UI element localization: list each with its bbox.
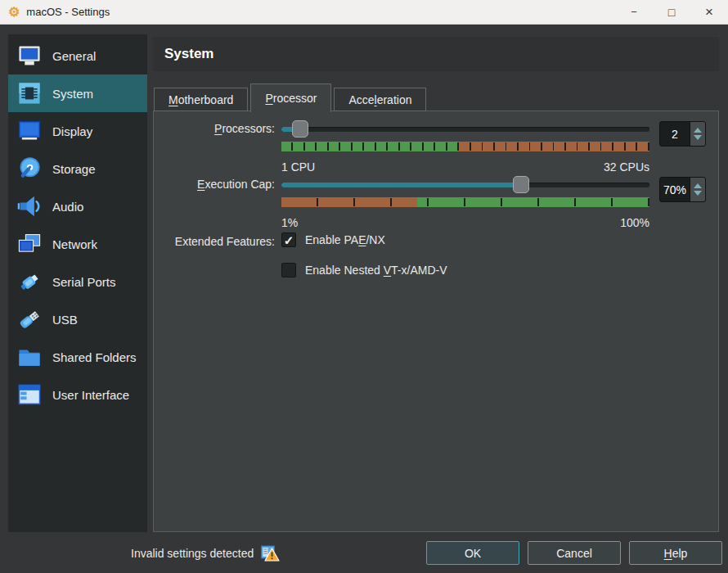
processors-max-label: 32 CPUs xyxy=(604,160,649,174)
sidebar-item-storage[interactable]: Storage xyxy=(8,150,147,187)
storage-icon xyxy=(16,156,43,182)
settings-gear-icon: ⚙ xyxy=(8,6,20,19)
page-title: System xyxy=(164,46,213,62)
tab-motherboard[interactable]: Motherboard xyxy=(154,88,248,111)
checkbox-enable-pae-nx[interactable]: ✓ Enable PAE/NX xyxy=(281,232,447,247)
processors-slider[interactable] xyxy=(281,120,649,139)
network-icon xyxy=(16,231,43,257)
sidebar-item-label: Display xyxy=(52,124,92,138)
tab-acceleration[interactable]: Acceleration xyxy=(334,88,426,111)
processors-slider-area: 1 CPU 32 CPUs xyxy=(281,120,649,174)
execution-cap-row: Execution Cap: 1% 100% 70% xyxy=(162,175,710,229)
sidebar-item-general[interactable]: General xyxy=(8,37,147,74)
processors-tickmarks xyxy=(281,142,649,151)
processors-row: Processors: 1 CPU 32 CPUs 2 xyxy=(162,120,710,174)
nested-vtx-checkbox[interactable] xyxy=(281,263,296,277)
dialog-buttons: OK Cancel Help xyxy=(426,541,722,565)
sidebar-item-system[interactable]: System xyxy=(8,74,147,112)
audio-icon xyxy=(16,193,43,219)
extended-features-row: Extended Features: ✓ Enable PAE/NX Enabl… xyxy=(162,232,710,293)
sidebar-item-label: USB xyxy=(52,313,78,327)
execution-cap-slider-handle[interactable] xyxy=(513,176,529,193)
page-header: System xyxy=(153,37,719,71)
extended-features-label: Extended Features: xyxy=(162,232,281,248)
extended-features-options: ✓ Enable PAE/NX Enable Nested VT-x/AMD-V xyxy=(281,232,447,293)
pae-nx-checkbox-label: Enable PAE/NX xyxy=(305,233,385,246)
execution-cap-tickmarks xyxy=(281,198,649,206)
cancel-button[interactable]: Cancel xyxy=(528,541,621,565)
shared-folders-icon xyxy=(16,344,43,370)
spin-down-icon[interactable] xyxy=(694,135,702,140)
processors-slider-groove[interactable] xyxy=(281,127,649,132)
processors-min-label: 1 CPU xyxy=(281,160,315,174)
processors-spinbox-buttons xyxy=(690,122,705,146)
execution-cap-slider-fill xyxy=(281,183,521,187)
processors-scale: 1 CPU 32 CPUs xyxy=(281,160,649,174)
tab-bar: Motherboard Processor Acceleration xyxy=(154,82,720,111)
maximize-icon: □ xyxy=(668,6,675,19)
execution-cap-label: Execution Cap: xyxy=(162,175,281,191)
display-icon xyxy=(16,118,43,144)
sidebar-item-network[interactable]: Network xyxy=(8,225,147,263)
window-title: macOS - Settings xyxy=(26,6,110,18)
sidebar-item-shared-folders[interactable]: Shared Folders xyxy=(8,338,147,376)
processors-label: Processors: xyxy=(162,120,281,135)
spin-up-icon[interactable] xyxy=(694,128,702,133)
user-interface-icon xyxy=(16,381,43,408)
sidebar-item-serial-ports[interactable]: Serial Ports xyxy=(8,263,147,300)
processor-tab-panel: Processors: 1 CPU 32 CPUs 2 xyxy=(153,111,719,532)
sidebar-item-label: Storage xyxy=(52,162,96,176)
processors-slider-handle[interactable] xyxy=(292,120,308,138)
minimize-button[interactable]: − xyxy=(615,0,653,24)
processors-tickbar xyxy=(281,142,649,151)
tab-processor[interactable]: Processor xyxy=(250,83,331,112)
spin-down-icon[interactable] xyxy=(694,191,702,196)
sidebar-item-label: Audio xyxy=(52,200,83,214)
sidebar-item-label: Serial Ports xyxy=(52,275,116,289)
sidebar-item-display[interactable]: Display xyxy=(8,112,147,150)
spin-up-icon[interactable] xyxy=(694,183,702,188)
warning-icon xyxy=(260,544,280,563)
window-controls: − □ × xyxy=(615,0,728,24)
nested-vtx-checkbox-label: Enable Nested VT-x/AMD-V xyxy=(305,264,447,277)
status-message: Invalid settings detected xyxy=(131,544,280,563)
checkbox-enable-nested-vtx[interactable]: Enable Nested VT-x/AMD-V xyxy=(281,263,447,277)
help-button[interactable]: Help xyxy=(629,541,722,565)
serial-ports-icon xyxy=(16,268,43,295)
ok-button[interactable]: OK xyxy=(426,541,519,565)
usb-icon xyxy=(16,306,43,332)
settings-window: ⚙ macOS - Settings − □ × General xyxy=(0,0,728,573)
execution-cap-spinbox: 70% xyxy=(659,177,706,202)
execution-cap-spinbox-value[interactable]: 70% xyxy=(660,178,690,201)
close-button[interactable]: × xyxy=(690,0,728,24)
sidebar-item-audio[interactable]: Audio xyxy=(8,187,147,225)
sidebar-item-usb[interactable]: USB xyxy=(8,300,147,338)
settings-sidebar: General System Display xyxy=(8,34,147,532)
execution-cap-min-label: 1% xyxy=(281,216,298,229)
sidebar-item-label: System xyxy=(52,87,93,101)
processors-spinbox: 2 xyxy=(659,121,706,147)
execution-cap-scale: 1% 100% xyxy=(281,216,649,229)
processors-spinbox-value[interactable]: 2 xyxy=(660,122,690,146)
titlebar: ⚙ macOS - Settings − □ × xyxy=(0,0,728,25)
sidebar-item-label: General xyxy=(52,49,96,63)
execution-cap-tickbar xyxy=(281,197,649,207)
general-icon xyxy=(16,43,43,69)
sidebar-item-user-interface[interactable]: User Interface xyxy=(8,376,147,413)
execution-cap-max-label: 100% xyxy=(620,216,649,229)
sidebar-item-label: Shared Folders xyxy=(52,350,137,364)
maximize-button[interactable]: □ xyxy=(653,0,690,24)
minimize-icon: − xyxy=(631,6,637,18)
execution-cap-slider[interactable] xyxy=(281,175,649,195)
pae-nx-checkbox[interactable]: ✓ xyxy=(281,232,296,247)
sidebar-item-label: Network xyxy=(52,237,97,251)
execution-cap-spinbox-buttons xyxy=(690,178,705,201)
system-icon xyxy=(16,80,43,106)
close-icon: × xyxy=(705,4,713,20)
execution-cap-slider-area: 1% 100% xyxy=(281,175,649,229)
status-text: Invalid settings detected xyxy=(131,547,254,560)
sidebar-item-label: User Interface xyxy=(52,388,129,402)
execution-cap-slider-groove[interactable] xyxy=(281,183,649,187)
